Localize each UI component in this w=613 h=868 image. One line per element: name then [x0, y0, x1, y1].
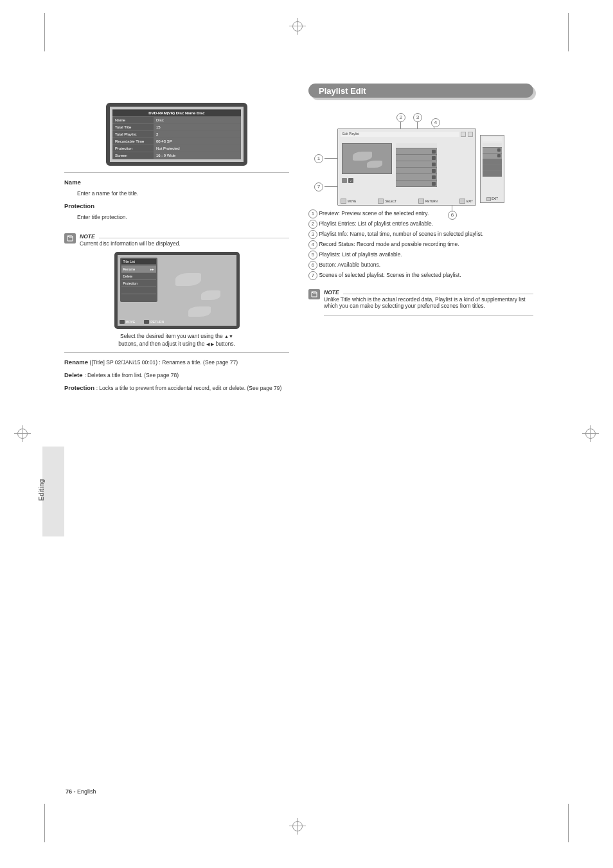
side-tab-label: Editing — [38, 479, 45, 501]
protection-desc: Enter title protection. — [77, 214, 289, 222]
name-label: Name — [64, 179, 81, 186]
numbered-list: Preview: Preview scene of the selected e… — [308, 209, 533, 280]
note-label: NOTE — [80, 233, 95, 240]
protection2-desc: : Locks a title to prevent from accident… — [96, 385, 282, 391]
callout-6 — [448, 211, 457, 220]
edit-screenshot: Title List Rename▸▸ Delete Protection MO… — [114, 252, 240, 329]
note-text-left: Current disc information will be display… — [80, 240, 289, 247]
delete-label: Delete — [64, 371, 83, 378]
playlist-edit-heading: Playlist Edit — [308, 84, 533, 98]
callout-1 — [314, 154, 323, 163]
name-desc: Enter a name for the title. — [77, 190, 289, 198]
left-column: DVD-RAM(VR) Disc Name Disc NameDisc Tota… — [64, 77, 289, 396]
delete-desc: : Deletes a title from list. (See page 7… — [84, 372, 179, 378]
playlist-screenshot: Edit Playlist — [337, 128, 504, 206]
rename-label: Rename — [64, 359, 88, 366]
callout-2 — [396, 113, 405, 122]
note-icon — [64, 233, 76, 244]
protection-label: Protection — [64, 202, 94, 209]
right-column: Playlist Edit — [308, 77, 533, 396]
protection2-label: Protection — [64, 384, 94, 391]
page-number: 76 - English — [66, 788, 96, 795]
edit-caption: Select the desired item you want using t… — [76, 333, 278, 348]
callout-7 — [314, 182, 323, 191]
note-label-right: NOTE — [324, 289, 339, 296]
callout-3 — [413, 113, 422, 122]
side-tab: Editing — [42, 447, 64, 536]
note-icon — [308, 289, 320, 299]
rename-extra: ([Title] SP 02/JAN/15 00:01) — [90, 359, 157, 366]
callout-4 — [431, 118, 440, 127]
info-table-title: DVD-RAM(VR) Disc Name Disc — [112, 110, 241, 117]
note-text-right: Unlike Title which is the actual recorde… — [324, 296, 533, 309]
disc-info-table: DVD-RAM(VR) Disc Name Disc NameDisc Tota… — [106, 103, 247, 166]
